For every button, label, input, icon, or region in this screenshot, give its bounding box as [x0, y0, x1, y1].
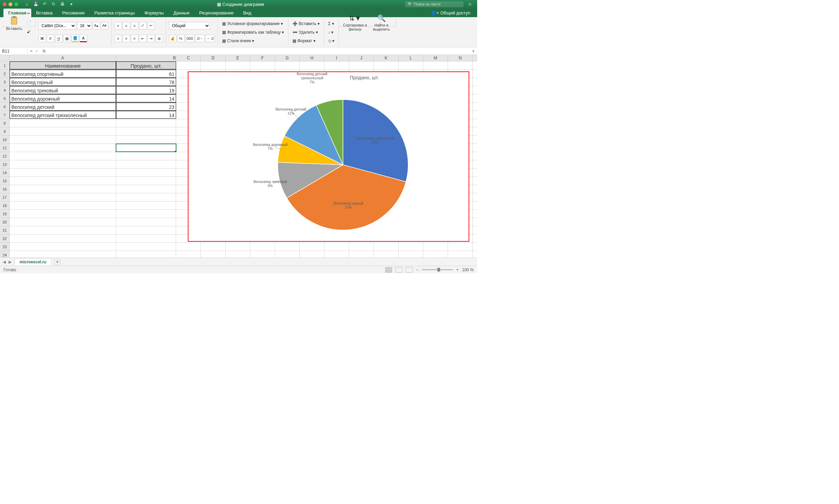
row-header[interactable]: 19 [0, 210, 10, 218]
tab-page-layout[interactable]: Разметка страницы [90, 9, 140, 17]
fill-icon[interactable]: ↓ ▾ [327, 29, 336, 35]
cell[interactable] [10, 202, 116, 209]
cell[interactable] [116, 144, 176, 152]
row-header[interactable]: 15 [0, 177, 10, 185]
format-as-table-button[interactable]: ▦ Форматировать как таблицу ▾ [221, 29, 285, 35]
redo-icon[interactable]: ↻ [50, 1, 57, 7]
cell[interactable] [275, 243, 300, 251]
cell[interactable] [275, 61, 300, 69]
cell[interactable] [10, 160, 116, 168]
col-header[interactable]: A [10, 55, 116, 61]
cell[interactable] [10, 177, 116, 185]
col-header[interactable]: H [300, 55, 324, 61]
row-header[interactable]: 2 [0, 70, 10, 78]
name-box[interactable]: B11 [0, 49, 27, 54]
col-header[interactable]: K [374, 55, 399, 61]
cell[interactable] [116, 177, 176, 185]
cell[interactable] [300, 243, 324, 251]
row-header[interactable]: 21 [0, 226, 10, 234]
cell[interactable] [10, 152, 116, 160]
copy-icon[interactable]: 📄 [25, 19, 33, 26]
cell[interactable] [349, 251, 374, 257]
cell[interactable] [250, 243, 275, 251]
cell[interactable] [374, 243, 399, 251]
cell[interactable] [399, 243, 423, 251]
next-sheet-icon[interactable]: ▶ [9, 260, 12, 264]
minimize-window[interactable] [9, 2, 12, 6]
cell[interactable] [201, 61, 226, 69]
col-header[interactable]: M [423, 55, 448, 61]
format-cells-button[interactable]: ▦ Формат ▾ [291, 38, 321, 44]
cell[interactable] [10, 169, 116, 176]
cell[interactable] [275, 251, 300, 257]
col-header[interactable]: I [324, 55, 349, 61]
home-icon[interactable]: ⌂ [24, 1, 30, 7]
cell[interactable]: 61 [116, 70, 176, 78]
cell[interactable] [399, 61, 423, 69]
undo-icon[interactable]: ↶ [42, 1, 48, 7]
cell[interactable]: Велосипед детский трехколесный [10, 111, 116, 119]
cell[interactable] [116, 243, 176, 251]
row-header[interactable]: 8 [0, 119, 10, 127]
cut-icon[interactable]: ✂ [25, 10, 33, 18]
cell[interactable]: Велосипед детский [10, 103, 116, 111]
clear-icon[interactable]: ◇ ▾ [327, 38, 336, 44]
cell[interactable]: Велосипед трековый [10, 86, 116, 94]
col-header[interactable]: E [226, 55, 250, 61]
sort-filter-button[interactable]: ⇅▼ Сортировка и фильтр [342, 13, 368, 32]
cell[interactable] [226, 61, 250, 69]
add-sheet-button[interactable]: + [54, 259, 60, 265]
cell[interactable] [201, 243, 226, 251]
row-header[interactable]: 11 [0, 144, 10, 152]
paste-button[interactable]: Вставить [5, 14, 24, 31]
row-header[interactable]: 24 [0, 251, 10, 257]
row-header[interactable]: 5 [0, 94, 10, 102]
row-header[interactable]: 14 [0, 169, 10, 176]
cell[interactable] [324, 251, 349, 257]
cell[interactable] [10, 144, 116, 152]
cell[interactable] [10, 226, 116, 234]
cell[interactable] [10, 251, 116, 257]
align-right-icon[interactable]: ≡ [131, 35, 138, 42]
cell[interactable] [116, 234, 176, 242]
cell[interactable] [324, 243, 349, 251]
worksheet-grid[interactable]: A B C D E F G H I J K L M N 1 Наименован… [0, 55, 477, 257]
cell[interactable] [176, 251, 201, 257]
cell[interactable] [116, 160, 176, 168]
cell[interactable] [399, 251, 423, 257]
col-header[interactable]: G [275, 55, 300, 61]
cell[interactable] [374, 61, 399, 69]
merge-icon[interactable]: ⊞ [156, 35, 163, 42]
qat-dropdown[interactable]: ▾ [68, 1, 74, 7]
cell[interactable]: 23 [116, 103, 176, 111]
underline-button[interactable]: Ч [55, 35, 62, 42]
font-name-select[interactable]: Calibri (Осн... [38, 22, 76, 30]
row-header[interactable]: 10 [0, 136, 10, 144]
cell[interactable] [349, 243, 374, 251]
zoom-out-icon[interactable]: − [416, 267, 418, 272]
tab-review[interactable]: Рецензирование [194, 9, 238, 17]
cell[interactable] [300, 61, 324, 69]
cell[interactable] [116, 119, 176, 127]
cell[interactable] [10, 119, 116, 127]
cell[interactable]: 19 [116, 86, 176, 94]
print-icon[interactable]: 🖶 [59, 1, 66, 7]
save-icon[interactable]: 💾 [33, 1, 39, 7]
row-header[interactable]: 3 [0, 78, 10, 86]
cell[interactable] [10, 185, 116, 193]
find-select-button[interactable]: 🔍 Найти и выделить [370, 13, 393, 32]
increase-font-icon[interactable]: A▴ [93, 22, 100, 30]
tab-formulas[interactable]: Формулы [140, 9, 169, 17]
cell[interactable] [116, 185, 176, 193]
cell[interactable] [116, 152, 176, 160]
cell[interactable] [226, 243, 250, 251]
cell[interactable] [423, 61, 448, 69]
enter-formula-icon[interactable]: ✓ [35, 49, 38, 54]
share-button[interactable]: 👤+Общий доступ [427, 9, 474, 17]
expand-formula-icon[interactable]: ▾ [470, 49, 477, 54]
align-middle-icon[interactable]: ≡ [123, 22, 130, 30]
cell[interactable] [10, 234, 116, 242]
cell[interactable]: Продано, шт. [116, 61, 176, 69]
row-header[interactable]: 9 [0, 127, 10, 135]
row-header[interactable]: 1 [0, 61, 10, 69]
